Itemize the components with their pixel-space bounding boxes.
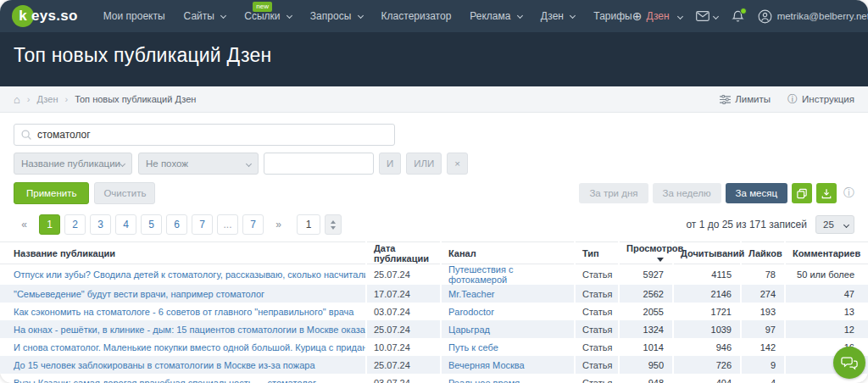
channel-link[interactable]: Parodoctor [448,307,494,317]
views-value: 950 [619,356,673,374]
menu-item[interactable]: Запросы [310,10,363,22]
breadcrumb-dzen[interactable]: Дзен [37,94,58,104]
channel-link[interactable]: Царьград [448,325,490,335]
column-likes[interactable]: Лайков [741,242,785,264]
period-button[interactable]: За неделю [653,183,721,203]
pagination-row: « 1 2 3 4 5 6 7 ... 7 » [0,213,868,241]
filter-value-input[interactable] [264,153,374,175]
menu-item[interactable]: Мои проекты [103,10,165,22]
page-button[interactable]: » [268,214,289,235]
page-stepper[interactable] [325,214,342,235]
period-filters: За три дня За неделю За месяц ⓘ [579,183,854,203]
account-menu[interactable]: metrika@belberry.net [758,9,868,24]
likes-value: 97 [741,320,785,338]
views-value: 2562 [619,285,673,303]
page-button[interactable]: 7 [192,214,213,235]
period-button[interactable]: За три дня [579,183,648,203]
instruction-link[interactable]: ⓘ Инструкция [787,94,854,104]
channel-link[interactable]: Реальное время [448,378,520,383]
channel-link[interactable]: Путешествия с фотокамерой [448,264,513,285]
clear-button[interactable]: Очистить [94,182,155,204]
notifications-button[interactable] [732,10,744,23]
period-button[interactable]: За месяц [726,183,787,203]
pager-info: от 1 до 25 из 171 записей 25 [686,215,854,234]
page-title: Топ новых публикаций Дзен [14,44,854,67]
publication-type: Статья [575,374,619,383]
chevron-down-icon [517,13,523,19]
page-button[interactable]: 7 [242,214,264,235]
menu-item[interactable]: new Ссылки [244,10,292,22]
chevron-down-icon [220,13,226,19]
filter-condition-select[interactable]: Не похож [138,153,259,175]
menu-item[interactable]: Тарифы [593,10,632,22]
limits-link[interactable]: Лимиты [720,94,771,104]
publication-type: Статья [575,285,619,303]
breadcrumb-separator: › [64,94,68,104]
copy-icon [797,188,807,199]
page-button[interactable]: 6 [166,214,187,235]
chat-button[interactable] [833,347,865,379]
home-icon[interactable]: ⌂ [14,93,20,106]
filter-field-select[interactable]: Название публикации [14,153,132,175]
mail-menu-button[interactable] [696,11,718,21]
menu-item[interactable]: Дзен [541,10,576,22]
column-title[interactable]: Название публикации [0,242,366,264]
remove-filter-button[interactable]: × [447,153,468,175]
info-icon[interactable]: ⓘ [843,186,854,201]
publication-link[interactable]: Отпуск или зубы? Сводила детей к стомато… [14,269,366,280]
per-page-select[interactable]: 25 [815,215,854,234]
stepper-up-icon[interactable] [331,220,336,224]
page-button[interactable]: 5 [141,214,162,235]
publication-link[interactable]: До 15 человек заблокированы в стоматолог… [14,360,315,370]
page-button[interactable]: 1 [39,214,60,235]
download-button[interactable] [816,183,837,203]
page-button[interactable]: ... [217,214,238,235]
main-menu: Мои проекты Сайты new Ссылки З [103,10,632,22]
filter-row: Название публикации Не похож И ИЛИ × [14,153,854,175]
column-channel[interactable]: Канал [441,242,575,264]
new-badge: new [253,2,272,12]
search-icon [20,129,32,141]
download-icon [821,188,832,199]
page-button[interactable]: 3 [90,214,111,235]
menu-item[interactable]: Реклама [470,10,521,22]
column-views[interactable]: Просмотров [619,242,673,264]
channel-link[interactable]: Mr.Teacher [448,289,494,299]
column-comments[interactable]: Комментариев [785,242,868,264]
project-selector[interactable]: ⊕ Дзен [632,10,682,22]
channel-link[interactable]: Путь к себе [448,342,498,352]
publication-link[interactable]: И снова стоматолог. Маленькие покупки вм… [14,342,366,352]
and-button[interactable]: И [379,153,401,175]
apply-button[interactable]: Применить [14,182,89,204]
page-button[interactable]: 4 [115,214,136,235]
publication-link[interactable]: На окнах - решётки, в клинике - дым: 15 … [14,325,366,335]
user-icon [758,9,772,24]
column-date[interactable]: Дата публикации [366,242,441,264]
or-button[interactable]: ИЛИ [406,153,442,175]
publication-type: Статья [575,303,619,320]
chevron-down-icon [843,222,849,228]
publication-date: 03.07.24 [366,303,441,320]
publication-date: 03.07.24 [366,374,441,383]
publication-type: Статья [575,338,619,356]
menu-item[interactable]: Сайты [184,10,226,22]
column-type[interactable]: Тип [575,242,619,264]
page-jump-input[interactable] [297,214,320,235]
page-button[interactable]: 2 [64,214,86,235]
breadcrumb-bar: ⌂ › Дзен › Топ новых публикаций Дзен Лим… [0,86,868,113]
publication-link[interactable]: "Семьеведение" будут вести врачи, наприм… [14,289,264,299]
publication-link[interactable]: Вузы Казани: самая дорогая врачебная спе… [14,378,316,383]
page-button[interactable]: « [14,214,35,235]
publication-link[interactable]: Как сэкономить на стоматологе - 6 совето… [14,307,353,317]
copy-button[interactable] [792,183,812,203]
reads-value: 1721 [673,303,741,320]
search-input[interactable] [14,124,395,146]
breadcrumb-separator: › [27,94,31,104]
menu-item-label: Ссылки [244,10,280,22]
menu-item[interactable]: Кластеризатор [381,10,452,22]
project-label: Дзен [646,10,669,22]
channel-link[interactable]: Вечерняя Москва [448,360,525,370]
stepper-down-icon[interactable] [331,226,336,230]
logo[interactable]: k eys.so [12,5,78,27]
table-row: "Семьеведение" будут вести врачи, наприм… [0,285,868,303]
